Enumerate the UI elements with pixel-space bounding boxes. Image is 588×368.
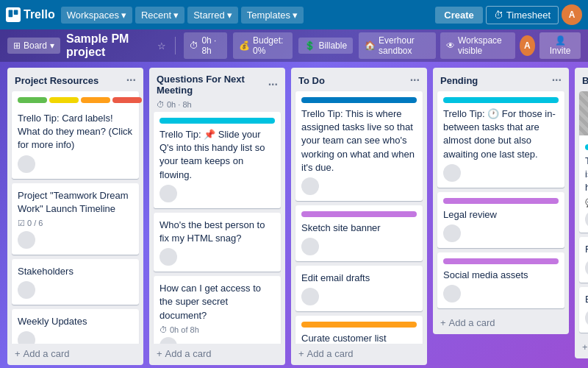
board-header: ⊞ Board ▾ Sample PM project ☆ ⏱ 0h · 8h … [0, 29, 588, 62]
add-card-button[interactable]: + Add a card [575, 337, 588, 358]
column-project-resources: Project Resources ··· Trello Tip: Card l… [7, 68, 143, 365]
card[interactable]: Legal review [437, 192, 564, 248]
card[interactable]: Project "Teamwork Dream Work" Launch Tim… [12, 183, 139, 255]
card[interactable]: Trello Tip: This is where assigned tasks… [295, 91, 423, 201]
chevron-down-icon: ▾ [121, 10, 126, 21]
card-title: Trello Tip: This is where assigned tasks… [301, 107, 417, 174]
clock-icon: ⏱ [494, 10, 503, 21]
invite-button[interactable]: 👤 Invite [539, 32, 581, 59]
card[interactable]: Sketch site banner [295, 205, 423, 261]
card-member-avatar [443, 164, 461, 182]
card[interactable]: Trello Tip: 📌 Slide your Q's into this h… [154, 112, 281, 208]
card-member-avatar [585, 259, 588, 277]
card-title: Stakeholders [18, 265, 133, 278]
column-menu-button[interactable]: ··· [268, 78, 278, 91]
card[interactable]: Trello Tip: Splash heavy issues that tea… [579, 91, 588, 233]
timesheet-button[interactable]: ⏱ Timesheet [486, 6, 559, 24]
cards-area: Trello Tip: Splash heavy issues that tea… [575, 91, 588, 337]
budget-icon: 💰 [239, 40, 250, 51]
card-member-avatar [301, 238, 319, 255]
visibility-pill[interactable]: 👁 Workspace visible [440, 32, 515, 59]
star-icon[interactable]: ☆ [157, 40, 166, 52]
billable-pill[interactable]: 💲 Billable [298, 38, 353, 54]
card[interactable]: How can I get access to the super secret… [154, 276, 281, 344]
label-teal [585, 144, 588, 150]
trello-logo-icon [6, 7, 21, 22]
add-card-button[interactable]: + Add a card [7, 344, 143, 365]
card-meta: 💬 1 [585, 198, 588, 208]
plus-icon: + [157, 348, 162, 359]
card-title: How can I get access to the super secret… [159, 282, 275, 322]
card[interactable]: Trello Tip: Card labels! What do they me… [12, 91, 139, 179]
plus-icon: + [298, 348, 304, 359]
card[interactable]: Freelancer contra... [579, 237, 588, 283]
label-blue [301, 97, 417, 103]
workspace-pill[interactable]: 🏠 Everhour sandbox [359, 32, 436, 59]
card[interactable]: Social media assets [437, 252, 564, 308]
column-menu-button[interactable]: ··· [126, 74, 136, 87]
board-view-button[interactable]: ⊞ Board ▾ [7, 38, 60, 54]
recent-nav-button[interactable]: Recent ▾ [135, 7, 184, 24]
trello-logo[interactable]: Trello [6, 7, 55, 22]
card-meta: ☑ 0 / 6 [18, 219, 133, 228]
card[interactable]: Trello Tip: 🕐 For those in-between tasks… [437, 91, 564, 188]
card-title: Trello Tip: 🕐 For those in-between tasks… [443, 107, 559, 161]
plus-icon: + [15, 348, 21, 359]
budget-pill[interactable]: 💰 Budget: 0% [233, 32, 293, 59]
add-card-label: Add a card [307, 348, 354, 359]
column-header: Pending ··· [433, 68, 569, 91]
starred-nav-button[interactable]: Starred ▾ [187, 7, 238, 24]
board-avatar[interactable]: A [520, 35, 535, 56]
check-icon: ☑ [18, 219, 25, 228]
column-title: Questions For Next Meeting [157, 74, 268, 96]
column-title: Project Resources [15, 75, 98, 86]
card-labels [18, 97, 133, 107]
add-card-button[interactable]: + Add a card [149, 344, 285, 365]
person-icon: 👤 [555, 35, 566, 46]
card-member-avatar [18, 231, 35, 249]
plus-icon: + [440, 317, 446, 328]
workspaces-nav-button[interactable]: Workspaces ▾ [61, 7, 132, 24]
templates-nav-button[interactable]: Templates ▾ [241, 7, 304, 24]
card[interactable]: Stakeholders [12, 259, 139, 305]
chevron-down-icon: ▾ [50, 40, 54, 51]
card[interactable]: Who's the best person to fix my HTML sna… [154, 213, 281, 272]
column-menu-button[interactable]: ··· [552, 74, 562, 87]
column-questions-next-meeting: Questions For Next Meeting ··· ⏱ 0h · 8h… [149, 68, 285, 365]
card-member-avatar [18, 331, 35, 344]
card[interactable]: Edit email drafts [295, 266, 423, 311]
time-pill[interactable]: ⏱ 0h · 8h [184, 32, 227, 59]
card[interactable]: Weekly Updates [12, 309, 139, 344]
add-card-button[interactable]: + Add a card [291, 344, 427, 365]
svg-rect-0 [9, 10, 13, 18]
column-menu-button[interactable]: ··· [410, 74, 420, 87]
add-card-label: Add a card [165, 348, 212, 359]
comment-icon: 💬 [585, 198, 588, 208]
card-title: Edit email drafts [301, 272, 417, 285]
chevron-down-icon: ▾ [173, 10, 179, 21]
svg-rect-1 [14, 10, 18, 15]
time-meta: ⏱ 0h of 8h [159, 325, 199, 334]
card-member-avatar [18, 281, 35, 299]
column-header: Blocked ··· [575, 68, 588, 91]
avatar[interactable]: A [562, 4, 582, 25]
add-card-label: Add a card [24, 348, 70, 359]
chevron-down-icon: ▾ [293, 10, 298, 21]
add-card-button[interactable]: + Add a card [433, 313, 569, 334]
card[interactable]: Curate customer list [295, 316, 423, 344]
card-title: Budget approval [585, 293, 588, 306]
board-icon: ⊞ [13, 40, 21, 51]
checklist-count: 0 / 6 [27, 219, 43, 227]
column-header: Questions For Next Meeting ··· [149, 68, 285, 100]
clock-icon: ⏱ [157, 100, 165, 109]
column-blocked: Blocked ··· Trello Tip: Splash heavy iss… [575, 68, 588, 358]
label-teal [159, 118, 275, 124]
card[interactable]: Budget approval [579, 287, 588, 333]
create-button[interactable]: Create [435, 7, 482, 24]
card-meta: ⏱ 0h of 8h [159, 325, 275, 334]
card-title: Trello Tip: Splash heavy issues that tea… [585, 155, 588, 195]
column-subtitle: ⏱ 0h · 8h [149, 100, 285, 112]
cards-area: Trello Tip: 🕐 For those in-between tasks… [433, 91, 569, 313]
chevron-down-icon: ▾ [227, 10, 232, 21]
card-title: Who's the best person to fix my HTML sna… [159, 219, 275, 245]
